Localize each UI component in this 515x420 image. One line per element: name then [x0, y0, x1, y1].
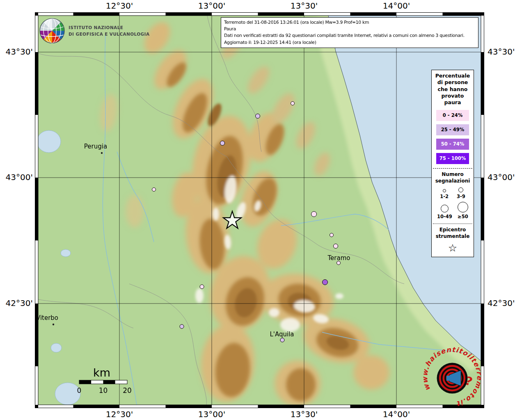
map-canvas: PerugiaTeramoViterboL'Aquila km 0 10 20	[35, 12, 484, 408]
signal-size-icon	[458, 202, 468, 212]
frame-segment	[212, 405, 258, 408]
felt-report-point	[330, 233, 334, 237]
axis-label: 43°00'	[488, 172, 515, 182]
axis-label: 42°30'	[1, 298, 33, 308]
site-logo-icon: www.haisentitoilterremoto.it ?	[421, 346, 483, 408]
frame-segment	[119, 405, 166, 408]
signal-size-label: 10-49	[437, 214, 452, 219]
frame-segment	[481, 115, 484, 178]
felt-report-point	[311, 212, 317, 217]
legend-panel: Percentuale di persone che hanno provato…	[431, 70, 474, 257]
frame-segment	[35, 52, 38, 115]
felt-earthquake-map-page: 12°30' 13°00' 13°30' 14°00' 12°30' 13°00…	[0, 0, 515, 420]
scale-bar-unit: km	[93, 366, 110, 379]
event-effect: Paura	[224, 26, 475, 32]
frame-segment	[258, 12, 304, 16]
felt-report-point	[291, 102, 295, 105]
signal-size-icon	[458, 187, 463, 192]
frame-segment	[481, 12, 484, 16]
frame-segment	[38, 12, 73, 16]
frame-segment	[396, 12, 443, 16]
frame-segment	[350, 12, 397, 16]
frame-segment	[258, 405, 304, 408]
axis-label: 13°30'	[286, 1, 323, 11]
city-label: Perugia	[84, 143, 107, 150]
felt-report-point	[200, 285, 204, 289]
legend-class-0-24: 0 - 24%	[436, 110, 469, 121]
event-info-box: Terremoto del 31-08-2016 13:26:01 (ora l…	[221, 17, 478, 48]
signal-size-icon	[443, 189, 446, 192]
axis-label: 13°00'	[193, 409, 230, 419]
legend-class-75-100: 75 - 100%	[436, 153, 469, 164]
axis-label: 14°00'	[378, 1, 415, 11]
felt-report-point	[180, 324, 184, 329]
frame-segment	[38, 405, 73, 408]
signal-size-label: 1-2	[440, 194, 449, 199]
legend-class-50-74: 50 - 74%	[436, 139, 469, 150]
frame-segment	[35, 16, 38, 52]
frame-segment	[73, 12, 120, 16]
frame-segment	[35, 241, 38, 304]
frame-segment	[350, 405, 397, 408]
axis-label: 14°00'	[378, 409, 415, 419]
site-logo-target-icon	[437, 363, 468, 394]
frame-segment	[35, 405, 38, 408]
ingv-name-line2: DI GEOFISICA E VULCANOLOGIA	[69, 31, 149, 37]
frame-segment	[35, 12, 38, 16]
signal-size-label: ≥50	[458, 214, 468, 219]
frame-segment	[119, 12, 166, 16]
city-dot	[101, 152, 103, 154]
frame-segment	[481, 178, 484, 241]
frame-segment	[212, 12, 258, 16]
axis-label: 43°00'	[1, 172, 33, 182]
axis-label: 42°30'	[488, 298, 515, 308]
legend-divider	[433, 224, 472, 224]
felt-report-point	[323, 280, 328, 285]
axis-label: 43°30'	[1, 47, 33, 57]
site-logo: www.haisentitoilterremoto.it ?	[421, 346, 483, 410]
frame-segment	[443, 12, 481, 16]
legend-signals-title: Numero segnalazioni	[432, 171, 474, 185]
signal-size-icon	[441, 205, 449, 212]
scale-tick: 0	[77, 386, 82, 395]
frame-segment	[304, 12, 350, 16]
ingv-name-line1: ISTITUTO NAZIONALE	[69, 24, 149, 31]
felt-report-point	[334, 244, 338, 249]
legend-title: Percentuale di persone che hanno provato…	[432, 70, 474, 107]
event-title: Terremoto del 31-08-2016 13:26:01 (ora l…	[224, 19, 475, 26]
frame-segment	[73, 405, 120, 408]
terrain	[37, 16, 481, 406]
frame-segment	[481, 16, 484, 52]
city-label: Teramo	[327, 254, 350, 262]
felt-report-point	[152, 188, 156, 192]
frame-segment	[481, 241, 484, 304]
frame-segment	[304, 405, 350, 408]
frame-segment	[166, 12, 212, 16]
event-updated: Aggiornato il: 19-12-2025 14:41 (ora loc…	[224, 39, 475, 46]
frame-segment	[35, 304, 38, 366]
felt-report-point	[220, 141, 225, 146]
felt-report-point	[280, 338, 284, 342]
epicenter-star-icon: ☆	[432, 242, 474, 254]
axis-label: 43°30'	[488, 47, 515, 57]
ingv-logo-block: ISTITUTO NAZIONALE DI GEOFISICA E VULCAN…	[39, 18, 149, 43]
ingv-logo-icon	[39, 18, 65, 43]
scale-tick: 10	[99, 386, 108, 395]
frame-segment	[35, 115, 38, 178]
axis-label: 13°30'	[286, 409, 323, 419]
frame-segment	[166, 405, 212, 408]
frame-segment	[481, 52, 484, 115]
legend-divider	[433, 168, 472, 169]
frame-segment	[35, 178, 38, 241]
legend-epicenter-title: Epicentro strumentale	[432, 226, 474, 240]
axis-label: 13°00'	[193, 1, 230, 11]
city-label: L'Aquila	[270, 331, 294, 338]
axis-label: 12°30'	[101, 1, 138, 11]
event-note: Dati non verificati estratti da 92 quest…	[224, 32, 475, 39]
scale-tick: 20	[123, 386, 132, 395]
city-label: Viterbo	[36, 314, 58, 322]
axis-label: 12°30'	[101, 409, 138, 419]
city-dot	[53, 324, 54, 325]
legend-class-25-49: 25 - 49%	[436, 124, 469, 135]
felt-report-point	[256, 114, 260, 119]
